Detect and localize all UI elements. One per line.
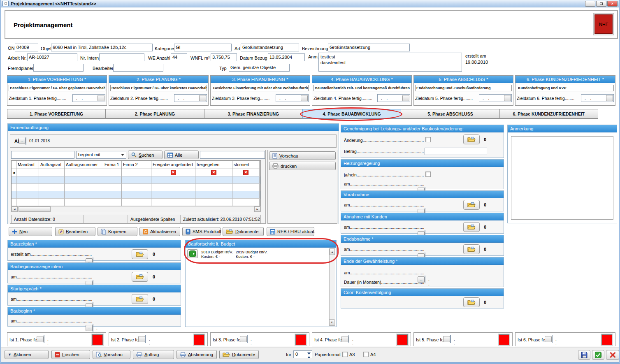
typ-field[interactable]: Gem. genutze Objekte [229, 64, 290, 72]
date-picker-button[interactable]: ... [341, 336, 348, 342]
col-freigabe-angefordert[interactable]: Freigabe angefordert [151, 161, 195, 169]
scroll-up-icon[interactable]: ▲ [330, 249, 335, 255]
dokumente-button[interactable]: Dokumente [223, 227, 264, 236]
baubeginn-date[interactable]: . .... [93, 324, 93, 332]
dokumente-bottom-button[interactable]: Dokumente [219, 350, 259, 359]
date-picker-button[interactable]: ... [402, 95, 409, 101]
fuer-spinner[interactable]: 0 [293, 350, 312, 358]
minimize-button[interactable]: ─ [585, 1, 595, 7]
ist-phase-4-date[interactable]: . .... [348, 335, 349, 343]
close-button[interactable]: × [607, 1, 618, 7]
vorschau-bottom-button[interactable]: Vorschau [93, 350, 130, 359]
anmerkung-textarea[interactable] [511, 136, 613, 220]
ist-phase-2-date[interactable]: . .... [145, 335, 146, 343]
ab-date-input[interactable]: 01.01.2018 ... [26, 137, 26, 145]
datum-bezug-field[interactable]: 13.05.2004 [268, 53, 305, 61]
tab-phase-3[interactable]: 3. Phase FINANZIERUNG [204, 109, 302, 118]
tab-phase-5[interactable]: 5. Phase ABSCHLUSS [401, 109, 499, 118]
endabnahme-folder-button[interactable] [463, 244, 480, 254]
bauzeitplan-folder-button[interactable] [132, 249, 148, 259]
filter-input[interactable] [11, 151, 74, 159]
on-field[interactable]: 04009 [15, 44, 38, 51]
abnahme-folder-button[interactable] [463, 222, 480, 232]
col-auftragsnummer[interactable]: Auftragsnummer [65, 161, 103, 169]
ist-phase-5-date[interactable]: . .... [450, 335, 451, 343]
spinner-down-icon[interactable] [307, 355, 311, 357]
baubeginnsanzeige-folder-button[interactable] [132, 272, 148, 282]
zieldatum-3-input[interactable]: . .... [276, 94, 309, 102]
sms-protokoll-button[interactable]: SMS Protokoll [182, 227, 221, 236]
col-auftragsart[interactable]: Auftragsart [39, 161, 65, 169]
col-firma2[interactable]: Firma 2 [122, 161, 151, 169]
date-picker-button[interactable]: ... [606, 95, 613, 101]
date-picker-button[interactable]: ... [504, 95, 511, 101]
auftrag-button[interactable]: Auftrag [133, 350, 174, 359]
bearbeiter-field[interactable] [113, 64, 163, 72]
table-row[interactable]: ► ✕ ✕ ✕ [12, 169, 260, 176]
a4-checkbox[interactable] [363, 352, 369, 357]
vorabnahme-folder-button[interactable] [463, 200, 480, 210]
match-mode-select[interactable]: beginnt mit [76, 151, 126, 159]
title-bar[interactable]: Projektmanagement <<NHTTeststand>> ─ × [1, 0, 619, 7]
vertical-scrollbar[interactable]: ▲ ▼ [329, 248, 335, 326]
neu-button[interactable]: Neu [9, 227, 52, 236]
genehmigung-folder-button[interactable] [463, 134, 480, 144]
alle-button[interactable]: Alle [164, 151, 199, 159]
scroll-right-icon[interactable]: ► [254, 206, 260, 212]
col-storniert[interactable]: storniert [232, 161, 260, 169]
aenderung-checkbox[interactable] [425, 137, 431, 142]
startgespraech-folder-button[interactable] [132, 294, 148, 304]
nr-intern-field[interactable] [99, 53, 144, 61]
tab-phase-2[interactable]: 2. Phase PLANUNG [105, 109, 204, 118]
date-picker-button[interactable]: ... [443, 336, 450, 342]
we-anzahl-field[interactable]: 44 [171, 53, 187, 61]
budget-open-button[interactable] [187, 249, 198, 258]
janein-checkbox[interactable] [425, 172, 431, 177]
date-picker-button[interactable]: ... [37, 336, 44, 342]
aktionen-button[interactable]: ▼ Aktionen [5, 350, 49, 359]
scroll-down-icon[interactable]: ▼ [329, 319, 334, 325]
tab-phase-6[interactable]: 6. Phase KUNDENZUFRIEDENHEIT [499, 109, 598, 118]
date-picker-button[interactable]: ... [240, 336, 247, 342]
ist-phase-6-date[interactable]: . .... [552, 335, 553, 343]
wnfl-field[interactable]: 3.758,75 [211, 53, 237, 61]
save-button[interactable] [578, 350, 590, 360]
abstimmung-button[interactable]: Abstimmung [176, 350, 217, 359]
zieldatum-1-input[interactable]: . .... [72, 94, 105, 102]
bezeichnung-field[interactable]: Großinstandsetzung [328, 44, 410, 51]
date-picker-button[interactable]: ... [301, 95, 308, 101]
coor-folder-button[interactable] [463, 297, 480, 307]
confirm-button[interactable] [592, 350, 604, 360]
betrag-field[interactable] [425, 148, 487, 155]
maximize-button[interactable] [596, 1, 606, 7]
kategorie-field[interactable]: GI [174, 44, 232, 51]
aktualisieren-button[interactable]: Aktualisieren [139, 227, 180, 236]
tab-phase-4[interactable]: 4. Phase BAUABWICKLUNG [302, 109, 401, 118]
table-row[interactable] [12, 199, 260, 206]
date-picker-button[interactable]: ... [86, 325, 93, 331]
date-picker-button[interactable]: ... [98, 95, 104, 101]
bearbeiten-button[interactable]: Bearbeiten [55, 227, 95, 236]
col-firma1[interactable]: Firma 1 [103, 161, 122, 169]
zieldatum-4-input[interactable]: . .... [377, 94, 410, 102]
cancel-button[interactable] [606, 350, 619, 360]
loeschen-button[interactable]: Löschen [51, 350, 90, 359]
gewaehrleistung-date[interactable]: . .... [425, 276, 425, 283]
scroll-left-icon[interactable]: ◄ [12, 206, 18, 212]
date-picker-button[interactable]: ... [19, 138, 26, 144]
table-row[interactable] [12, 176, 260, 184]
suchen-button[interactable]: Suchen [128, 151, 163, 159]
fremdplaner-field[interactable] [33, 64, 84, 72]
scrollbar-thumb[interactable] [19, 206, 51, 212]
arbeit-nr-field[interactable]: AR-10027 [27, 53, 77, 61]
anm-field[interactable]: testtest dasisteintest [318, 53, 462, 72]
ist-phase-1-date[interactable]: . .... [44, 335, 44, 343]
zieldatum-5-input[interactable]: . .... [479, 94, 512, 102]
date-picker-button[interactable]: ... [199, 95, 206, 101]
col-freigegeben[interactable]: freigegeben [195, 161, 232, 169]
filter-input-2[interactable] [200, 151, 265, 159]
ist-phase-3-date[interactable]: . .... [247, 335, 248, 343]
a3-checkbox[interactable] [342, 352, 348, 357]
vorschau-button[interactable]: Vorschau [269, 151, 336, 160]
horizontal-scrollbar[interactable]: ◄ ► [11, 206, 261, 212]
